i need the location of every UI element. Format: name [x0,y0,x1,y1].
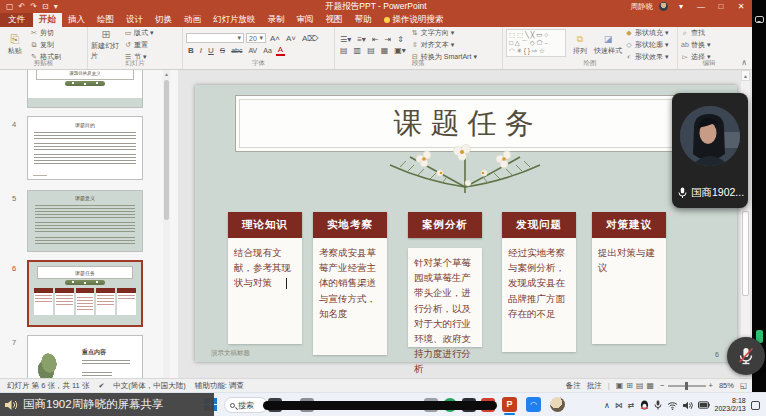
italic-icon[interactable]: I [198,46,204,55]
text-shadow-icon[interactable]: abc [229,47,244,54]
card-body[interactable]: 考察成安县草莓产业经营主体的销售渠道与宣传方式，知名度 [313,238,387,355]
clear-format-icon[interactable]: A⌦ [300,34,321,43]
reading-view-icon[interactable]: ▤ [636,381,644,390]
bullets-icon[interactable]: ☰▾ [338,35,353,44]
align-left-icon[interactable]: ▤ [338,46,350,55]
card-body[interactable]: 经过实地考察与案例分析，发现成安县在品牌推广方面存在的不足 [502,238,576,352]
tab-record[interactable]: 录制 [262,13,291,27]
ribbon-display-options-icon[interactable]: ▾ [674,2,688,11]
slideshow-icon[interactable]: ▦ [647,381,655,390]
wifi-icon[interactable] [667,401,678,410]
strikethrough-icon[interactable]: S [218,46,227,55]
change-case-icon[interactable]: Aa [261,47,274,54]
tab-view[interactable]: 视图 [320,13,349,27]
card-body[interactable]: 结合现有文献，参考其现状与对策 [228,238,302,344]
justify-icon[interactable]: ▦ [379,46,391,55]
chat-bubble-icon[interactable] [755,16,764,23]
tell-me-search[interactable]: 操作说明搜索 [378,13,450,27]
tab-file[interactable]: 文件 [0,13,33,27]
spellcheck-icon[interactable]: ✔ [98,382,104,390]
taskbar-search[interactable]: 搜索 [224,397,268,413]
tab-help[interactable]: 帮助 [349,13,378,27]
notification-center-icon[interactable] [751,401,760,410]
volume-icon[interactable] [683,401,693,410]
font-size-box[interactable]: 20▾ [246,33,266,43]
font-color-icon[interactable]: A [276,45,285,56]
normal-view-icon[interactable]: ▣ [616,381,624,390]
taskbar-clock[interactable]: 8:18 2023/2/13 [715,397,746,414]
tab-draw[interactable]: 绘图 [91,13,120,27]
scroll-up-icon[interactable]: ▲ [163,70,170,79]
align-text-button[interactable]: ⇳对齐文本 ▾ [411,40,477,50]
shrink-font-icon[interactable]: A˅ [284,34,298,43]
messaging-app-icon[interactable]: ◠ [526,397,541,412]
line-spacing-icon[interactable]: ⇕ [395,35,406,44]
copy-button[interactable]: ⧉复制 [30,40,61,50]
tray-app-icon[interactable]: ⇄ [628,401,635,410]
slide-sorter-icon[interactable]: ⊞ [626,381,633,390]
collapse-ribbon-icon[interactable]: ∧ [741,58,747,67]
arrange-button[interactable]: ⧉ 排列 [569,29,591,60]
layout-button[interactable]: ▭版式 ▾ [124,28,154,38]
comments-toggle[interactable]: 批注 [587,381,602,391]
save-icon[interactable]: ▢ [6,2,14,11]
thumbnail-slide-6-selected[interactable]: 课题任务 [27,260,143,327]
tab-animations[interactable]: 动画 [178,13,207,27]
find-button[interactable]: ⌕查找 [681,28,711,38]
tray-app-icon[interactable]: ⋈ [615,401,623,410]
round-app-icon[interactable] [550,397,565,412]
powerpoint-taskbar-icon[interactable]: P [502,397,517,412]
grow-font-icon[interactable]: A˄ [268,34,282,43]
tray-mic-icon[interactable] [654,400,662,410]
text-direction-button[interactable]: ⇅文字方向 ▾ [411,28,477,38]
tab-design[interactable]: 设计 [120,13,149,27]
font-name-box[interactable]: ▾ [186,33,244,43]
minimize-button[interactable]: — [694,2,708,11]
account-avatar[interactable] [659,2,668,11]
account-name[interactable]: 周静晓 [631,2,654,12]
numbering-icon[interactable]: ≡▾ [355,35,368,44]
card-suggestions[interactable]: 对策建议 提出对策与建议 [592,212,666,344]
thumbnail-slide-3[interactable]: 课题目的及意义 [27,70,143,108]
card-field-study[interactable]: 实地考察 考察成安县草莓产业经营主体的销售渠道与宣传方式，知名度 [313,212,387,355]
qq-icon[interactable] [640,400,649,410]
customize-qat-icon[interactable]: ▾ [54,2,58,11]
redo-icon[interactable]: ↷ [30,2,37,11]
zoom-in-icon[interactable]: + [709,381,713,390]
zoom-slider-handle[interactable] [685,382,688,390]
tab-insert[interactable]: 插入 [62,13,91,27]
card-body[interactable]: 提出对策与建议 [592,238,666,344]
indent-decrease-icon[interactable]: ⇤ [370,35,381,44]
scrollbar-thumb[interactable] [164,80,169,220]
zoom-out-icon[interactable]: − [660,381,664,390]
align-center-icon[interactable]: ▥ [352,46,364,55]
shape-outline-button[interactable]: ◇形状轮廓 ▾ [625,40,669,50]
tray-expand-icon[interactable]: ∧ [604,401,610,410]
align-right-icon[interactable]: ▤ [365,46,377,55]
thumbnail-scrollbar[interactable]: ▲ [163,70,170,378]
underline-icon[interactable]: U [206,46,216,55]
thumbnail-slide-4[interactable]: 课题目的 [27,116,143,180]
shapes-gallery[interactable]: ⬚ ⬚ ╲ ╳ ▭ ○ □ △ ⌒ ◇ ⬠ ⌣ ◠ ✳ { } ⇨ ☆ [506,29,566,57]
card-theory[interactable]: 理论知识 结合现有文献，参考其现状与对策 [228,212,302,344]
undo-icon[interactable]: ↶ [19,2,26,11]
shape-fill-button[interactable]: ◆形状填充 ▾ [625,28,669,38]
zoom-percentage[interactable]: 85% [719,381,734,390]
columns-icon[interactable]: ▣▾ [392,46,408,55]
start-slideshow-icon[interactable]: ⊡ [42,2,49,11]
paste-button[interactable]: ⎘ 粘贴 [3,29,27,60]
webcam-overlay[interactable]: 国商1902... [672,93,748,208]
fit-to-window-icon[interactable]: ◱ [740,381,747,390]
battery-icon[interactable] [698,401,710,409]
cut-button[interactable]: ✂剪切 [30,28,61,38]
char-spacing-icon[interactable]: AV [246,47,259,54]
thumbnail-slide-5[interactable]: 课题意义 [27,190,143,252]
tab-home[interactable]: 开始 [33,13,62,27]
current-slide-canvas[interactable]: 课题任务 [195,85,737,362]
card-case-analysis[interactable]: 案例分析 针对某个草莓园或草莓生产带头企业，进行分析，以及对于大的行业环境、政府… [408,212,482,347]
bold-icon[interactable]: B [186,46,196,55]
card-find-problems[interactable]: 发现问题 经过实地考察与案例分析，发现成安县在品牌推广方面存在的不足 [502,212,576,352]
reset-button[interactable]: ↺重置 [124,40,154,50]
zoom-slider[interactable] [668,385,706,387]
accessibility-status[interactable]: 辅助功能: 调查 [195,381,244,391]
